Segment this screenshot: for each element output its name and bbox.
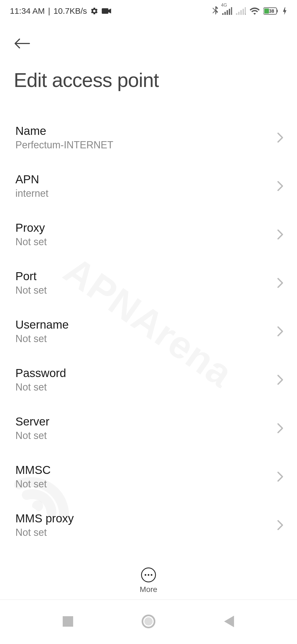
- square-icon: [63, 616, 73, 628]
- chevron-right-icon: [277, 132, 283, 143]
- setting-item-name[interactable]: Name Perfectum-INTERNET: [0, 113, 297, 162]
- svg-rect-9: [240, 10, 242, 15]
- setting-value: Not set: [15, 333, 69, 345]
- back-button[interactable]: [11, 33, 33, 55]
- svg-rect-6: [231, 7, 232, 15]
- svg-rect-17: [63, 616, 73, 627]
- svg-rect-7: [236, 13, 237, 15]
- signal-no-sim-icon: ✕: [236, 7, 246, 15]
- wifi-icon: [250, 7, 260, 15]
- svg-text:38: 38: [269, 9, 274, 14]
- circle-icon: [142, 615, 155, 629]
- svg-point-19: [144, 617, 153, 626]
- nav-back-button[interactable]: [218, 611, 240, 633]
- setting-item-mms-proxy[interactable]: MMS proxy Not set: [0, 501, 297, 549]
- svg-rect-1: [102, 8, 108, 14]
- setting-label: Name: [15, 124, 113, 138]
- status-separator: |: [48, 6, 50, 16]
- setting-item-username[interactable]: Username Not set: [0, 307, 297, 356]
- status-time: 11:34 AM: [10, 6, 45, 16]
- setting-item-apn[interactable]: APN internet: [0, 162, 297, 210]
- setting-label: APN: [15, 173, 48, 186]
- setting-value: Not set: [15, 381, 66, 393]
- nav-home-button[interactable]: [138, 611, 160, 633]
- setting-label: MMS proxy: [15, 512, 74, 525]
- nav-recent-button[interactable]: [57, 611, 79, 633]
- setting-label: MMSC: [15, 463, 51, 477]
- setting-item-server[interactable]: Server Not set: [0, 404, 297, 452]
- bluetooth-icon: [212, 6, 218, 16]
- svg-rect-15: [264, 9, 269, 13]
- setting-label: Server: [15, 415, 50, 428]
- setting-item-password[interactable]: Password Not set: [0, 356, 297, 404]
- chevron-right-icon: [277, 375, 283, 385]
- setting-label: Port: [15, 270, 47, 283]
- chevron-right-icon: [277, 278, 283, 288]
- page-title: Edit access point: [14, 69, 283, 91]
- setting-value: internet: [15, 188, 48, 199]
- chevron-right-icon: [277, 423, 283, 433]
- setting-item-proxy[interactable]: Proxy Not set: [0, 210, 297, 259]
- svg-rect-14: [277, 10, 278, 12]
- svg-rect-5: [229, 9, 230, 15]
- setting-value: Not set: [15, 527, 74, 538]
- svg-rect-4: [227, 10, 228, 15]
- svg-text:✕: ✕: [244, 12, 246, 15]
- setting-value: Not set: [15, 478, 51, 490]
- setting-item-mmsc[interactable]: MMSC Not set: [0, 452, 297, 501]
- svg-rect-3: [224, 12, 226, 15]
- battery-icon: 38: [263, 7, 279, 15]
- status-bar: 11:34 AM | 10.7KB/s 4G ✕: [0, 0, 297, 22]
- charging-icon: [283, 7, 287, 15]
- svg-rect-2: [222, 13, 224, 15]
- svg-rect-8: [238, 12, 240, 15]
- chevron-right-icon: [277, 520, 283, 530]
- svg-rect-10: [243, 9, 244, 15]
- chevron-right-icon: [277, 181, 283, 191]
- header: Edit access point: [0, 22, 297, 91]
- chevron-right-icon: [277, 229, 283, 240]
- setting-label: Username: [15, 318, 69, 331]
- setting-label: Password: [15, 367, 66, 380]
- chevron-right-icon: [277, 471, 283, 482]
- settings-list: Name Perfectum-INTERNET APN internet: [0, 113, 297, 549]
- setting-value: Not set: [15, 285, 47, 296]
- signal-4g-icon: 4G: [222, 7, 232, 15]
- setting-value: Not set: [15, 236, 47, 248]
- setting-label: Proxy: [15, 221, 47, 234]
- gear-icon: [90, 7, 98, 15]
- triangle-left-icon: [224, 616, 234, 628]
- camera-icon: [102, 8, 111, 14]
- chevron-right-icon: [277, 326, 283, 337]
- setting-value: Perfectum-INTERNET: [15, 139, 113, 151]
- arrow-left-icon: [13, 38, 31, 50]
- setting-item-port[interactable]: Port Not set: [0, 259, 297, 307]
- setting-value: Not set: [15, 430, 50, 441]
- status-data-rate: 10.7KB/s: [54, 6, 87, 16]
